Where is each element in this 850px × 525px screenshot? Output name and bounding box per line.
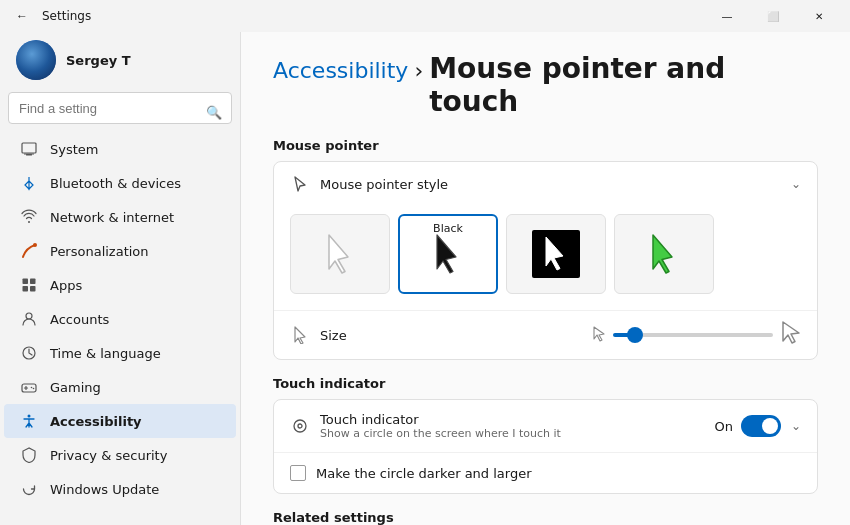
sidebar-item-bluetooth[interactable]: Bluetooth & devices [4,166,236,200]
svg-rect-6 [23,286,29,292]
close-button[interactable]: ✕ [796,0,842,32]
svg-point-16 [294,420,306,432]
page-title: Mouse pointer and touch [429,52,818,118]
chevron-up-icon: ⌄ [791,177,801,191]
sidebar-label-accounts: Accounts [50,312,109,327]
titlebar-controls: — ⬜ ✕ [704,0,842,32]
titlebar-left: ← Settings [8,2,91,30]
sidebar-item-system[interactable]: System [4,132,236,166]
pointer-black-label: Black [433,222,463,235]
pointer-option-white[interactable] [290,214,390,294]
pointer-options: Black [274,206,817,310]
toggle-area: On [714,415,780,437]
sidebar-label-privacy: Privacy & security [50,448,167,463]
sidebar-item-gaming[interactable]: Gaming [4,370,236,404]
touch-text-block: Touch indicator Show a circle on the scr… [320,412,714,440]
toggle-label: On [714,419,732,434]
touch-section-label: Touch indicator [273,376,818,391]
darker-circle-checkbox[interactable] [290,465,306,481]
touch-indicator-card: Touch indicator Show a circle on the scr… [273,399,818,494]
network-icon [20,208,38,226]
titlebar-title: Settings [42,9,91,23]
time-icon [20,344,38,362]
sidebar-label-apps: Apps [50,278,82,293]
pointer-style-icon [290,174,310,194]
sidebar-label-time: Time & language [50,346,161,361]
gaming-icon [20,378,38,396]
pointer-option-black[interactable]: Black [398,214,498,294]
size-controls [593,321,801,349]
sidebar-item-apps[interactable]: Apps [4,268,236,302]
main-content: Accessibility › Mouse pointer and touch … [240,32,850,525]
toggle-switch[interactable] [741,415,781,437]
breadcrumb-link[interactable]: Accessibility [273,58,408,83]
size-small-cursor-icon [593,326,605,345]
sidebar-label-bluetooth: Bluetooth & devices [50,176,181,191]
sidebar-item-accounts[interactable]: Accounts [4,302,236,336]
sidebar: Sergey T 🔍 System Bluetooth & devices Ne… [0,32,240,525]
search-container: 🔍 [0,92,240,132]
bluetooth-icon [20,174,38,192]
sidebar-label-network: Network & internet [50,210,174,225]
pointer-option-inverted[interactable] [506,214,606,294]
size-slider[interactable] [613,333,773,337]
mouse-pointer-label: Mouse pointer [273,138,818,153]
svg-point-17 [298,424,302,428]
search-input[interactable] [8,92,232,124]
minimize-button[interactable]: — [704,0,750,32]
sidebar-label-accessibility: Accessibility [50,414,142,429]
app-body: Sergey T 🔍 System Bluetooth & devices Ne… [0,32,850,525]
svg-point-15 [28,415,31,418]
accounts-icon [20,310,38,328]
checkbox-row: Make the circle darker and larger [274,453,817,493]
sidebar-item-network[interactable]: Network & internet [4,200,236,234]
titlebar: ← Settings — ⬜ ✕ [0,0,850,32]
sidebar-label-personalization: Personalization [50,244,149,259]
sidebar-item-accessibility[interactable]: Accessibility [4,404,236,438]
avatar-image [16,40,56,80]
svg-point-13 [31,387,33,389]
size-label: Size [320,328,593,343]
back-button[interactable]: ← [8,2,36,30]
maximize-button[interactable]: ⬜ [750,0,796,32]
sidebar-item-time[interactable]: Time & language [4,336,236,370]
svg-rect-7 [30,286,36,292]
update-icon [20,480,38,498]
sidebar-item-privacy[interactable]: Privacy & security [4,438,236,472]
related-settings-label: Related settings [273,510,818,525]
touch-card-header[interactable]: Touch indicator Show a circle on the scr… [274,400,817,453]
pointer-option-custom[interactable] [614,214,714,294]
svg-rect-0 [22,143,36,153]
apps-icon [20,276,38,294]
svg-point-3 [33,243,37,247]
sidebar-label-update: Windows Update [50,482,159,497]
sidebar-item-update[interactable]: Windows Update [4,472,236,506]
system-icon [20,140,38,158]
personalization-icon [20,242,38,260]
card-header-left: Mouse pointer style [290,174,448,194]
user-section: Sergey T [0,32,240,92]
touch-chevron-icon: ⌄ [791,419,801,433]
svg-point-14 [33,388,35,390]
accessibility-icon [20,412,38,430]
size-cursor-icon [290,325,310,345]
mouse-pointer-card: Mouse pointer style ⌄ Black [273,161,818,360]
touch-card-title: Touch indicator [320,412,714,427]
page-header: Accessibility › Mouse pointer and touch [273,52,818,118]
sidebar-label-gaming: Gaming [50,380,101,395]
card-header-pointer-style[interactable]: Mouse pointer style ⌄ [274,162,817,206]
size-row: Size [274,310,817,359]
sidebar-label-system: System [50,142,98,157]
touch-card-subtitle: Show a circle on the screen where I touc… [320,427,714,440]
touch-icon [290,416,310,436]
user-name: Sergey T [66,53,131,68]
size-large-cursor-icon [781,321,801,349]
svg-point-8 [26,313,32,319]
pointer-style-title: Mouse pointer style [320,177,448,192]
avatar [16,40,56,80]
checkbox-label: Make the circle darker and larger [316,466,532,481]
svg-rect-5 [30,279,36,285]
privacy-icon [20,446,38,464]
svg-rect-4 [23,279,29,285]
sidebar-item-personalization[interactable]: Personalization [4,234,236,268]
